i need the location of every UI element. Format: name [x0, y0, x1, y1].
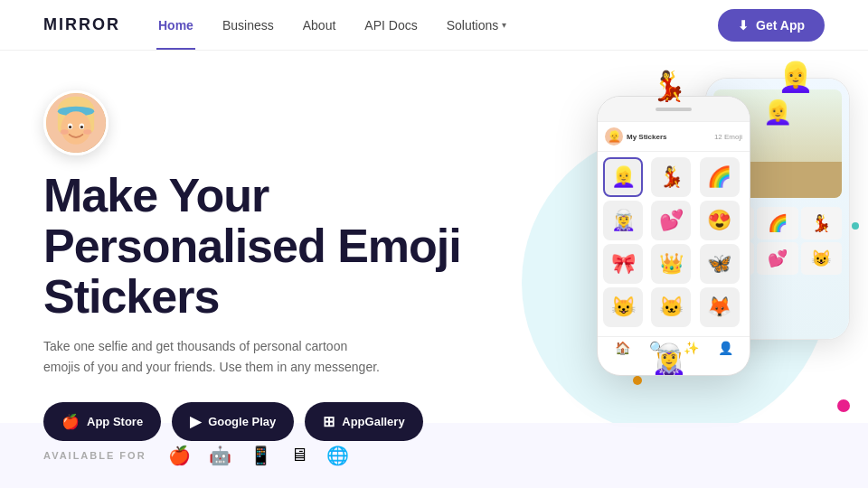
dot-yellow — [633, 376, 642, 385]
sticker-item[interactable]: 🦊 — [700, 287, 740, 327]
app-gallery-button[interactable]: ⊞ AppGallery — [305, 402, 422, 441]
windows-icon: 🖥 — [290, 445, 308, 466]
huawei-icon: 📱 — [250, 445, 272, 466]
google-play-button[interactable]: ▶ Google Play — [172, 402, 294, 441]
nav-link-home[interactable]: Home — [156, 18, 195, 33]
apple-icon: 🍎 — [61, 413, 80, 430]
sticker-item[interactable]: 🎀 — [603, 244, 643, 284]
sticker-grid: 👱‍♀️ 💃 🌈 🧝‍♀️ 💕 😍 🎀 👑 🦋 😺 🐱 🦊 — [598, 152, 750, 333]
sticker-item[interactable]: 😍 — [700, 201, 740, 240]
nav-link-business[interactable]: Business — [221, 18, 276, 33]
web-icon: 🌐 — [326, 445, 349, 466]
avatar — [43, 90, 108, 155]
hero-subtitle: Take one selfie and get thousands of per… — [43, 336, 387, 377]
get-app-button[interactable]: ⬇ Get App — [718, 9, 825, 42]
store-buttons: 🍎 App Store ▶ Google Play ⊞ AppGallery — [43, 402, 477, 441]
brand-logo: MIRROR — [43, 15, 120, 34]
sticker-item[interactable]: 🌈 — [700, 157, 740, 197]
sticker-item[interactable]: 🐱 — [651, 287, 691, 327]
navbar: MIRROR Home Business About API Docs Solu… — [0, 0, 868, 51]
svg-point-11 — [83, 129, 91, 135]
play-icon: ▶ — [190, 413, 201, 430]
svg-point-8 — [69, 126, 71, 128]
gallery-icon: ⊞ — [323, 413, 335, 430]
svg-point-9 — [80, 126, 83, 128]
nav-link-api-docs[interactable]: API Docs — [363, 18, 419, 33]
sticker-item[interactable]: 💕 — [651, 201, 691, 240]
hero-section: Make Your Personalised Emoji Stickers Ta… — [0, 51, 868, 488]
sticker-item[interactable]: 💃 — [651, 157, 691, 197]
hero-title: Make Your Personalised Emoji Stickers — [43, 170, 477, 322]
sticker-item[interactable]: 🦋 — [700, 244, 740, 284]
app-store-button[interactable]: 🍎 App Store — [43, 402, 161, 441]
floating-avatar-2: 💃 — [651, 69, 687, 103]
download-icon: ⬇ — [738, 18, 749, 33]
svg-point-5 — [61, 111, 91, 145]
phone-front: 👱 My Stickers 12 Emoji 👱‍♀️ 💃 🌈 🧝‍♀️ 💕 😍… — [597, 96, 750, 376]
floating-avatar-3: 🧝‍♀️ — [651, 342, 687, 376]
sticker-item[interactable]: 🧝‍♀️ — [603, 201, 643, 240]
chevron-down-icon: ▾ — [502, 20, 506, 30]
svg-point-10 — [61, 129, 69, 135]
hero-content: Make Your Personalised Emoji Stickers Ta… — [43, 72, 477, 441]
available-for-label: AVAILABLE FOR — [43, 450, 146, 461]
nav-link-solutions[interactable]: Solutions ▾ — [445, 18, 509, 33]
sticker-item[interactable]: 👑 — [651, 244, 691, 284]
nav-link-about[interactable]: About — [301, 18, 338, 33]
sticker-item[interactable]: 👱‍♀️ — [603, 157, 643, 197]
ios-icon: 🍎 — [168, 445, 191, 466]
dot-teal-2 — [852, 222, 859, 230]
sticker-item[interactable]: 😺 — [603, 287, 643, 327]
android-icon: 🤖 — [209, 445, 231, 466]
floating-avatar-1: 👱‍♀️ — [778, 60, 814, 94]
dot-pink — [837, 399, 850, 412]
nav-links: Home Business About API Docs Solutions ▾ — [156, 18, 718, 33]
